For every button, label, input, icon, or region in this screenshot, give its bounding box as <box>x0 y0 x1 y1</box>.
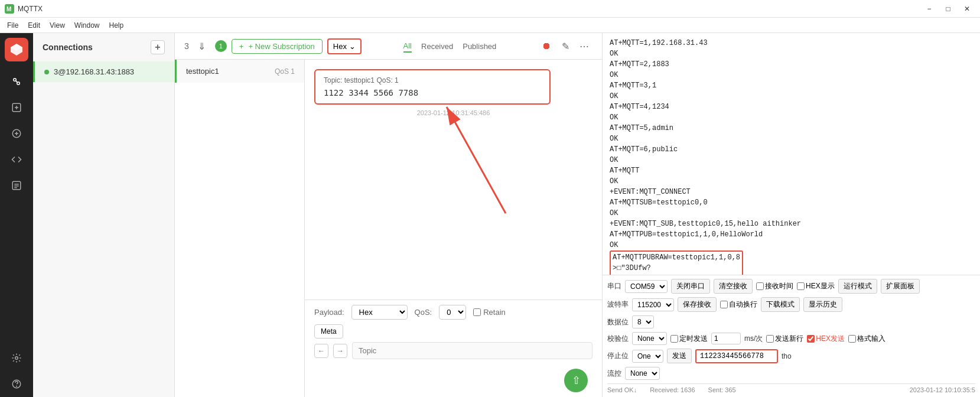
port-select[interactable]: COM59 <box>625 280 668 293</box>
run-mode-button[interactable]: 运行模式 <box>838 279 877 294</box>
recv-time-checkbox[interactable] <box>756 282 764 290</box>
middle-content: 3 ⇓ 1 + + New Subscription Hex ⌄ All Rec… <box>175 33 602 397</box>
messages-area: Topic: testtopic1 QoS: 1 1122 3344 5566 … <box>305 60 602 397</box>
new-subscription-button[interactable]: + + New Subscription <box>232 39 323 54</box>
send-newline-check: 发送新行 <box>766 334 803 344</box>
new-sub-icon: + <box>239 42 244 51</box>
close-port-button[interactable]: 关闭串口 <box>671 279 710 294</box>
serial-panel: AT+MQTT=1,192.168.31.43 OK AT+MQTT=2,188… <box>602 33 980 397</box>
svg-line-4 <box>16 81 17 82</box>
topic-bar: 3 ⇓ 1 + + New Subscription Hex ⌄ All Rec… <box>175 33 602 60</box>
retain-area: Retain <box>473 308 506 317</box>
download-mode-button[interactable]: 下载模式 <box>761 297 800 312</box>
sidebar-item-connection[interactable] <box>6 71 27 92</box>
menu-file[interactable]: File <box>2 20 23 31</box>
payload-bar: Payload: Hex Plain Text JSON QoS: 0 1 2 <box>305 300 602 324</box>
send-button-serial[interactable]: 发送 <box>667 349 692 363</box>
sidebar-item-subscribe[interactable] <box>6 97 27 118</box>
sidebar-item-help[interactable] <box>6 373 27 395</box>
sidebar-item-settings[interactable] <box>6 347 27 369</box>
payload-format-select[interactable]: Hex Plain Text JSON <box>351 305 408 320</box>
topic-item[interactable]: testtopic1 QoS 1 <box>175 60 304 83</box>
flow-label: 流控 <box>607 369 621 379</box>
menu-help[interactable]: Help <box>105 20 129 31</box>
send-button[interactable]: ⇧ <box>564 369 588 392</box>
sidebar-item-script[interactable] <box>6 149 27 170</box>
hex-display-check: HEX显示 <box>797 281 835 291</box>
menu-window[interactable]: Window <box>70 20 105 31</box>
connections-header: Connections + <box>33 33 174 61</box>
maximize-button[interactable]: □ <box>940 2 956 15</box>
hex-display-checkbox[interactable] <box>797 282 805 290</box>
serial-output[interactable]: AT+MQTT=1,192.168.31.43 OK AT+MQTT=2,188… <box>603 33 980 275</box>
app-icon: M <box>5 4 14 14</box>
serial-row-4: 校验位 None 定时发送 ms/次 发送新行 <box>607 332 975 345</box>
window-controls: − □ ✕ <box>921 2 975 15</box>
save-recv-button[interactable]: 保存接收 <box>678 297 717 312</box>
auto-newline-checkbox[interactable] <box>720 301 728 308</box>
power-icon[interactable]: ⏺ <box>538 38 555 54</box>
svg-point-13 <box>17 386 17 386</box>
expand-panel-button[interactable]: 扩展面板 <box>881 279 920 294</box>
menu-edit[interactable]: Edit <box>23 20 45 31</box>
received-count: Received: 1636 <box>650 386 695 393</box>
hex-send-checkbox[interactable] <box>807 335 815 343</box>
app-logo <box>5 38 28 61</box>
edit-icon[interactable]: ✎ <box>557 38 574 54</box>
format-input-checkbox[interactable] <box>848 335 856 343</box>
message-topic: Topic: testtopic1 QoS: 1 <box>324 76 541 84</box>
message-bubble: Topic: testtopic1 QoS: 1 1122 3344 5566 … <box>314 69 551 105</box>
messages-list[interactable]: Topic: testtopic1 QoS: 1 1122 3344 5566 … <box>305 60 602 300</box>
format-input-check: 格式输入 <box>848 334 885 344</box>
send-newline-checkbox[interactable] <box>766 335 774 343</box>
collapse-icon[interactable]: ⇓ <box>194 38 210 54</box>
timed-send-check: 定时发送 <box>670 334 708 344</box>
parity-select[interactable]: None <box>632 332 667 345</box>
sent-count: Sent: 365 <box>708 386 736 393</box>
retain-checkbox[interactable] <box>473 308 481 316</box>
stopbits-label: 停止位 <box>607 351 629 361</box>
menu-view[interactable]: View <box>45 20 70 31</box>
databits-select[interactable]: 8 <box>632 315 654 328</box>
hex-label: Hex <box>333 42 347 51</box>
connection-item[interactable]: 3@192.168.31.43:1883 <box>33 61 174 82</box>
split-view: testtopic1 QoS 1 Topic: testtopic1 QoS: … <box>175 60 602 397</box>
filter-published[interactable]: Published <box>463 41 496 52</box>
recv-time-check: 接收时间 <box>756 281 793 291</box>
menu-bar: File Edit View Window Help <box>0 18 980 33</box>
hex-send-check: HEX发送 <box>807 334 845 344</box>
add-connection-button[interactable]: + <box>151 40 165 54</box>
timed-send-checkbox[interactable] <box>670 335 678 343</box>
serial-row-5: 停止位 One 发送 tho <box>607 349 975 363</box>
interval-input[interactable] <box>711 333 741 344</box>
serial-row-2: 波特率 115200 保存接收 自动换行 下载模式 显示历史 <box>607 297 975 312</box>
sidebar-item-add[interactable] <box>6 123 27 144</box>
filter-received[interactable]: Received <box>421 41 453 52</box>
port-label: 串口 <box>607 281 621 291</box>
serial-toolbar: 串口 COM59 关闭串口 清空接收 接收时间 HEX显示 运行模式 <box>603 275 980 397</box>
send-data-input[interactable] <box>695 349 778 363</box>
sidebar-item-log[interactable] <box>6 175 27 196</box>
message-timestamp: 2023-01-12 10:31:45:486 <box>314 109 592 116</box>
hex-dropdown[interactable]: Hex ⌄ <box>327 38 362 54</box>
meta-button[interactable]: Meta <box>314 324 343 339</box>
prev-topic-button[interactable]: ← <box>314 344 328 358</box>
show-history-button[interactable]: 显示历史 <box>803 297 842 312</box>
more-icon[interactable]: ⋯ <box>576 38 592 54</box>
minimize-button[interactable]: − <box>921 2 937 15</box>
clear-recv-button[interactable]: 清空接收 <box>714 279 753 294</box>
filter-all[interactable]: All <box>403 40 412 53</box>
qos-select[interactable]: 0 1 2 <box>439 305 466 320</box>
flow-select[interactable]: None <box>625 367 660 380</box>
parity-label: 校验位 <box>607 334 629 344</box>
interval-unit: ms/次 <box>744 334 763 344</box>
close-button[interactable]: ✕ <box>959 2 975 15</box>
stopbits-select[interactable]: One <box>632 350 663 363</box>
topic-item-name: testtopic1 <box>186 67 275 76</box>
topic-controls: ⏺ ✎ ⋯ <box>538 38 592 54</box>
next-topic-button[interactable]: → <box>333 344 347 358</box>
svg-point-11 <box>15 357 18 360</box>
serial-row-6: 流控 None <box>607 367 975 380</box>
topic-input[interactable] <box>352 342 592 359</box>
baud-select[interactable]: 115200 <box>632 298 674 311</box>
